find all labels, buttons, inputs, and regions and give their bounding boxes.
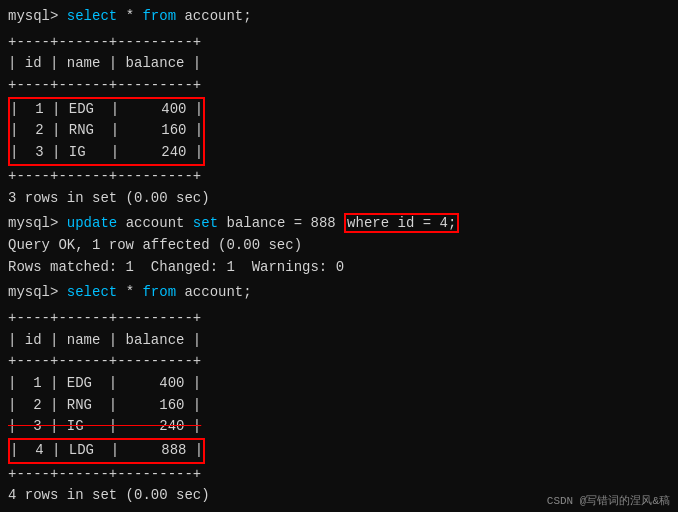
table2-row-4: | 4 | LDG | 888 | (10, 440, 203, 462)
table1-header: | id | name | balance | (8, 53, 670, 75)
second-select-block: mysql> select * from account; (8, 282, 670, 304)
first-table-block: +----+------+---------+ | id | name | ba… (8, 32, 670, 210)
table1-border-bot: +----+------+---------+ (8, 166, 670, 188)
table1-result: 3 rows in set (0.00 sec) (8, 188, 670, 210)
table2-header: | id | name | balance | (8, 330, 670, 352)
update-block: mysql> update account set balance = 888 … (8, 213, 670, 278)
table2-row4-highlight: | 4 | LDG | 888 | (8, 438, 205, 464)
table2-border-mid: +----+------+---------+ (8, 351, 670, 373)
update-command-line: mysql> update account set balance = 888 … (8, 213, 670, 235)
table1-rows-highlight: | 1 | EDG | 400 | | 2 | RNG | 160 | | 3 … (8, 97, 205, 166)
table1-border-mid: +----+------+---------+ (8, 75, 670, 97)
second-select-prompt: mysql> select * from account; (8, 282, 670, 304)
second-table-block: +----+------+---------+ | id | name | ba… (8, 308, 670, 507)
table2-row-3-strikethrough: | 3 | IG | 240 | (8, 416, 670, 438)
table2-row-1: | 1 | EDG | 400 | (8, 373, 670, 395)
table2-border-top: +----+------+---------+ (8, 308, 670, 330)
first-select-prompt: mysql> select * from account; (8, 8, 252, 24)
table1-row-2: | 2 | RNG | 160 | (10, 120, 203, 142)
table2-border-bot: +----+------+---------+ (8, 464, 670, 486)
table1-border-top: +----+------+---------+ (8, 32, 670, 54)
table1-row-3: | 3 | IG | 240 | (10, 142, 203, 164)
terminal: mysql> select * from account; +----+----… (8, 6, 670, 506)
update-result2: Rows matched: 1 Changed: 1 Warnings: 0 (8, 257, 670, 279)
watermark: CSDN @写错词的涅风&稿 (547, 493, 670, 508)
where-highlight: where id = 4; (344, 213, 459, 233)
table1-row-1: | 1 | EDG | 400 | (10, 99, 203, 121)
table2-row-2: | 2 | RNG | 160 | (8, 395, 670, 417)
first-select-block: mysql> select * from account; (8, 6, 670, 28)
update-result1: Query OK, 1 row affected (0.00 sec) (8, 235, 670, 257)
